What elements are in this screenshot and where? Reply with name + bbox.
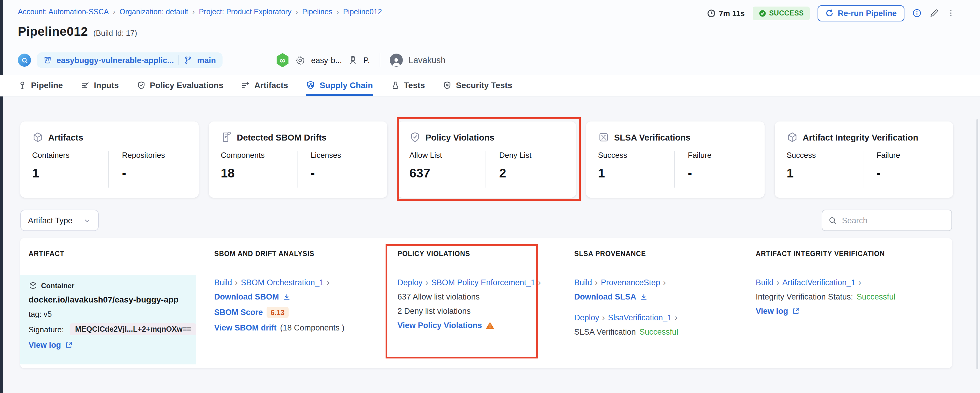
stat-label: Success: [787, 151, 863, 160]
deployment-icon: [348, 55, 357, 65]
card-sbom-drifts: Detected SBOM Drifts Components18 Licens…: [209, 121, 387, 198]
chevron-right-icon: [235, 278, 238, 287]
breadcrumb-account[interactable]: Account: Automation-SSCA: [18, 8, 109, 16]
tab-security-tests[interactable]: Security Tests: [443, 75, 512, 96]
repo-branch-pill[interactable]: easybuggy-vulnerable-applic... main: [37, 53, 223, 68]
stat-value: 1: [32, 166, 108, 181]
supply-chain-page: Account: Automation-SSCA › Organization:…: [0, 0, 980, 393]
slsa-verification-step-link[interactable]: SlsaVerification_1: [608, 313, 672, 322]
chevron-right-icon: [327, 278, 329, 287]
breadcrumb: Account: Automation-SSCA › Organization:…: [18, 8, 382, 16]
scrollbar[interactable]: [977, 119, 978, 369]
check-circle-icon: [758, 9, 766, 17]
view-sbom-drift-link[interactable]: View SBOM drift: [214, 323, 277, 332]
artifact-tag: tag: v5: [29, 310, 188, 319]
slsa-icon: [598, 132, 609, 143]
breadcrumb-pipeline012[interactable]: Pipeline012: [343, 8, 382, 16]
artifact-table: ARTIFACT SBOM AND DRIFT ANALYSIS POLICY …: [20, 238, 952, 368]
slsa-status-value: Successful: [640, 328, 678, 336]
chevron-right-icon: [425, 278, 428, 287]
chevron-right-icon: [595, 278, 598, 287]
branch-name[interactable]: main: [197, 56, 216, 65]
slsa-status-label: SLSA Verification: [574, 328, 636, 336]
tab-inputs[interactable]: Inputs: [81, 75, 119, 96]
cube-icon: [787, 132, 798, 143]
card-title: Artifact Integrity Verification: [803, 133, 918, 142]
download-sbom-link[interactable]: Download SBOM: [214, 292, 345, 301]
stat-label: Failure: [688, 151, 712, 160]
allow-list-violations: 637 Allow list violations: [398, 292, 541, 301]
tab-supply-chain[interactable]: Supply Chain: [306, 75, 373, 96]
breadcrumb-org[interactable]: Organization: default: [119, 8, 188, 16]
artifact-type-dropdown[interactable]: Artifact Type: [20, 209, 99, 231]
external-link-icon: [792, 307, 799, 315]
kebab-menu-icon[interactable]: [947, 8, 955, 18]
trigger-icon: [18, 54, 31, 67]
info-icon[interactable]: [912, 8, 922, 18]
tab-pipeline[interactable]: Pipeline: [18, 75, 63, 96]
avatar: [390, 54, 402, 67]
pill-divider: [179, 55, 180, 65]
sbom-score-link[interactable]: SBOM Score: [214, 308, 263, 317]
repo-name[interactable]: easybuggy-vulnerable-applic...: [57, 56, 174, 65]
stat-value: 1: [598, 166, 674, 181]
edit-pencil-icon[interactable]: [929, 8, 939, 18]
stat-value: -: [310, 166, 341, 181]
view-log-link[interactable]: View log: [29, 340, 72, 350]
sbom-step-link[interactable]: SBOM Orchestration_1: [241, 278, 324, 287]
column-header-policy: POLICY VIOLATIONS: [398, 250, 470, 257]
stat-value: 1: [787, 166, 863, 181]
integrity-step-link[interactable]: ArtifactVerification_1: [782, 278, 855, 287]
integrity-stage-link[interactable]: Build: [756, 278, 773, 287]
env-short[interactable]: P.: [363, 56, 370, 65]
download-slsa-link[interactable]: Download SLSA: [574, 292, 678, 301]
shield-check-icon: [409, 132, 421, 143]
collapsed-nav-strip: [0, 0, 3, 393]
build-id: (Build Id: 17): [94, 29, 137, 38]
stat-label: Containers: [32, 151, 108, 160]
policy-step-link[interactable]: SBOM Policy Enforcement_1: [431, 278, 535, 287]
signature-value[interactable]: MEQCICde2Vjl...L+2+mqnOXw==: [70, 323, 197, 335]
tab-artifacts[interactable]: Artifacts: [241, 75, 288, 96]
breadcrumb-project[interactable]: Project: Product Exploratory: [199, 8, 291, 16]
view-policy-violations-link[interactable]: View Policy Violations: [398, 321, 482, 330]
clock-icon: [707, 9, 716, 18]
artifact-image-name: docker.io/lavakush07/easy-buggy-app: [29, 295, 188, 304]
download-icon: [283, 293, 291, 301]
stat-label: Deny List: [499, 151, 531, 160]
chevron-down-icon: [83, 216, 91, 224]
provenance-step-link[interactable]: ProvenanceStep: [601, 278, 660, 287]
stat-label: Success: [598, 151, 674, 160]
deny-list-violations: 2 Deny list violations: [398, 307, 541, 316]
policy-stage-link[interactable]: Deploy: [398, 278, 422, 287]
download-icon: [640, 293, 648, 301]
tab-tests[interactable]: Tests: [391, 75, 425, 96]
search-input[interactable]: [842, 216, 931, 225]
drift-components-note: (18 Components ): [280, 323, 345, 332]
git-branch-icon: [184, 56, 192, 64]
meta-divider: [379, 53, 380, 67]
card-title: Detected SBOM Drifts: [237, 133, 326, 142]
artifact-type-label: Artifact Type: [28, 216, 73, 225]
user-name: Lavakush: [409, 55, 445, 65]
chevron-right-icon: ›: [336, 8, 339, 16]
execution-meta-row: easybuggy-vulnerable-applic... main ∞ ea…: [18, 51, 445, 69]
view-log-link[interactable]: View log: [756, 307, 896, 316]
tab-policy-evaluations[interactable]: Policy Evaluations: [137, 75, 223, 96]
slsa-deploy-stage-link[interactable]: Deploy: [574, 313, 599, 322]
sbom-stage-link[interactable]: Build: [214, 278, 232, 287]
policy-column: Deploy SBOM Policy Enforcement_1 637 All…: [398, 278, 541, 330]
card-title: Policy Violations: [425, 133, 495, 142]
stat-value: -: [122, 166, 165, 181]
execution-actions: 7m 11s SUCCESS Re-run Pipeline: [707, 4, 955, 22]
rerun-pipeline-button[interactable]: Re-run Pipeline: [818, 5, 904, 21]
artifact-type-tag: Container: [41, 281, 75, 290]
stat-value: 2: [499, 166, 531, 181]
chevron-right-icon: ›: [192, 8, 194, 16]
chevron-right-icon: ›: [296, 8, 298, 16]
breadcrumb-pipelines[interactable]: Pipelines: [302, 8, 332, 16]
pipeline-ref[interactable]: easy-b...: [311, 56, 342, 65]
flask-icon: [391, 81, 399, 89]
artifacts-icon: [241, 81, 250, 89]
slsa-build-stage-link[interactable]: Build: [574, 278, 592, 287]
